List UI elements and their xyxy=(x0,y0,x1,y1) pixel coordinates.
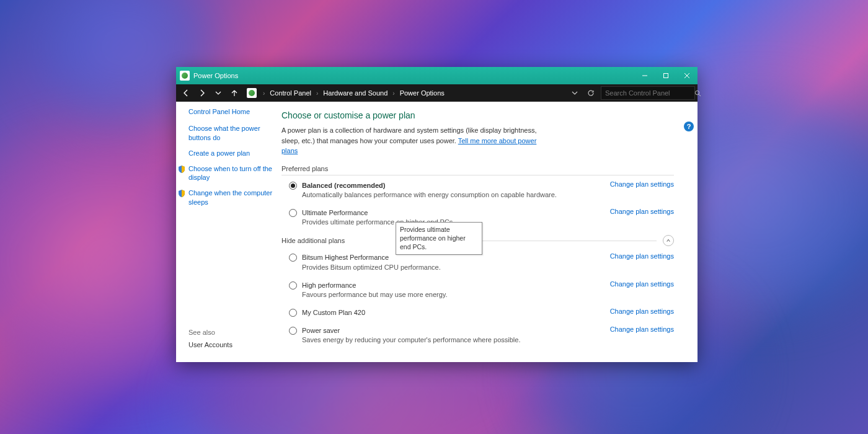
plan-high-performance: High performance Favours performance but… xyxy=(281,280,685,300)
user-accounts-link[interactable]: User Accounts xyxy=(188,341,232,348)
breadcrumb-2[interactable]: Power Options xyxy=(399,88,446,98)
shield-icon xyxy=(177,189,186,198)
svg-line-5 xyxy=(699,94,701,96)
minimize-button[interactable] xyxy=(634,67,655,84)
close-button[interactable] xyxy=(676,67,698,84)
plan-desc: Saves energy by reducing your computer's… xyxy=(302,335,610,345)
task-computer-sleeps[interactable]: Change when the computer sleeps xyxy=(188,188,273,207)
plan-ultimate-performance: Ultimate Performance Provides ultimate p… xyxy=(281,208,685,228)
back-button[interactable] xyxy=(179,86,193,100)
additional-plans-toggle-row: Hide additional plans xyxy=(281,235,685,246)
tooltip: Provides ultimate performance on higher … xyxy=(396,222,482,255)
divider xyxy=(281,175,674,175)
search-input[interactable] xyxy=(601,89,694,97)
content-pane: Choose or customise a power plan A power… xyxy=(278,102,698,362)
chevron-icon: › xyxy=(392,90,394,97)
plan-name[interactable]: Power saver xyxy=(302,326,610,336)
radio-power-saver[interactable] xyxy=(289,327,297,335)
additional-plans-label[interactable]: Hide additional plans xyxy=(281,237,405,244)
change-plan-settings-link[interactable]: Change plan settings xyxy=(610,180,674,188)
shield-icon xyxy=(177,165,186,174)
collapse-toggle[interactable] xyxy=(663,235,674,246)
task-label: Choose when to turn off the display xyxy=(188,165,272,182)
control-panel-home-link[interactable]: Control Panel Home xyxy=(188,108,273,115)
refresh-button[interactable] xyxy=(585,87,597,99)
search-icon[interactable] xyxy=(694,90,701,97)
change-plan-settings-link[interactable]: Change plan settings xyxy=(610,208,674,215)
search-box[interactable] xyxy=(601,86,695,100)
preferred-plans-label: Preferred plans xyxy=(281,165,685,172)
plan-desc: Provides Bitsum optimized CPU performanc… xyxy=(302,263,610,273)
radio-balanced[interactable] xyxy=(289,182,297,190)
location-icon xyxy=(247,88,257,98)
plan-name[interactable]: Ultimate Performance xyxy=(302,208,610,218)
radio-custom[interactable] xyxy=(289,309,297,317)
svg-rect-1 xyxy=(664,74,668,78)
window-title: Power Options xyxy=(193,72,238,79)
task-turn-off-display[interactable]: Choose when to turn off the display xyxy=(188,164,273,183)
chevron-icon: › xyxy=(263,90,265,97)
change-plan-settings-link[interactable]: Change plan settings xyxy=(610,252,674,260)
maximize-button[interactable] xyxy=(655,67,676,84)
power-options-window: Power Options › Control Panel › Hardware… xyxy=(176,67,698,362)
task-label: Change when the computer sleeps xyxy=(188,189,272,206)
change-plan-settings-link[interactable]: Change plan settings xyxy=(610,280,674,288)
radio-high-perf[interactable] xyxy=(289,281,297,290)
breadcrumb-0[interactable]: Control Panel xyxy=(268,88,312,98)
plan-name[interactable]: My Custom Plan 420 xyxy=(302,308,610,318)
plan-desc: Automatically balances performance with … xyxy=(302,190,610,200)
plan-custom-420: My Custom Plan 420 Change plan settings xyxy=(281,308,685,318)
dropdown-chevron-icon[interactable] xyxy=(569,87,581,99)
radio-bitsum[interactable] xyxy=(289,254,297,262)
plan-name[interactable]: High performance xyxy=(302,280,610,291)
plan-power-saver: Power saver Saves energy by reducing you… xyxy=(281,326,685,345)
sidebar: Control Panel Home Choose what the power… xyxy=(176,102,278,362)
plan-desc: Favours performance but may use more ene… xyxy=(302,290,610,300)
change-plan-settings-link[interactable]: Change plan settings xyxy=(610,308,674,315)
up-button[interactable] xyxy=(227,86,242,100)
plan-name[interactable]: Balanced (recommended) xyxy=(302,180,610,191)
plan-balanced: Balanced (recommended) Automatically bal… xyxy=(281,180,685,200)
svg-point-4 xyxy=(695,91,699,94)
page-heading: Choose or customise a power plan xyxy=(281,110,685,120)
task-power-buttons[interactable]: Choose what the power buttons do xyxy=(188,124,273,143)
address-bar: › Control Panel › Hardware and Sound › P… xyxy=(176,84,698,102)
plan-bitsum: Bitsum Highest Performance Provides Bits… xyxy=(281,252,685,272)
change-plan-settings-link[interactable]: Change plan settings xyxy=(610,326,674,333)
chevron-icon: › xyxy=(316,90,318,97)
page-intro: A power plan is a collection of hardware… xyxy=(281,125,554,156)
titlebar[interactable]: Power Options xyxy=(176,67,698,84)
task-create-plan[interactable]: Create a power plan xyxy=(188,149,273,158)
radio-ultimate[interactable] xyxy=(289,209,297,217)
app-icon xyxy=(180,71,190,81)
forward-button[interactable] xyxy=(195,86,210,100)
recent-dropdown-icon[interactable] xyxy=(211,86,226,100)
breadcrumb-1[interactable]: Hardware and Sound xyxy=(322,88,389,98)
see-also-label: See also xyxy=(188,329,215,336)
